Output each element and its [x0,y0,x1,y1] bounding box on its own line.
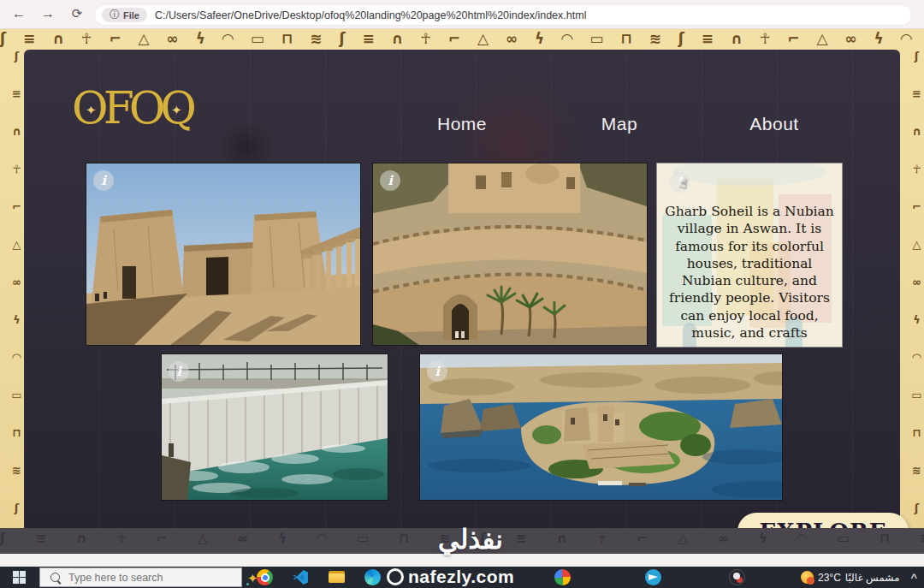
watermark-logo-icon [387,568,404,585]
logo-star-icon: ✦ [171,104,182,117]
watermark-domain: nafezly.com [387,567,514,587]
vscode-icon[interactable] [293,569,309,585]
card-nubian-museum[interactable]: i [372,163,648,346]
aswan-dam-photo [162,354,388,500]
nubian-museum-photo [373,163,647,345]
card-philae-island[interactable]: i [419,353,783,501]
bottom-white-strip [0,554,924,567]
telegram-icon[interactable] [645,569,661,585]
info-icon[interactable]: i [169,361,189,382]
philae-island-photo [420,354,782,500]
philae-temple-photo [86,163,360,345]
card-philae-temple[interactable]: i [86,163,361,346]
gharb-soheil-description: Gharb Soheil is a Nubian village in Aswa… [657,203,842,342]
card-aswan-dam[interactable]: i [161,353,388,501]
weather-temp: 23°C [818,572,841,584]
page-info-icon: ⓘ [110,8,120,22]
chrome-icon[interactable] [257,569,273,585]
ofoq-logo: OFOQ ✦ ✦ [72,86,192,130]
nav-link-home[interactable]: Home [437,114,487,134]
logo-star-icon: ✦ [86,104,97,117]
info-icon[interactable]: i [427,361,447,382]
search-input[interactable] [67,571,198,585]
taskbar-search[interactable]: ✦ ✦ [39,567,242,587]
weather-widget[interactable]: 23°C مشمس غالبًا [801,571,899,584]
photos-icon[interactable] [554,569,571,585]
start-button[interactable] [0,567,39,588]
recorder-icon[interactable] [729,569,745,585]
address-bar[interactable]: ⓘ File C:/Users/Safeer/OneDrive/Desktop/… [94,4,912,26]
edge-icon[interactable] [364,569,381,585]
file-explorer-icon[interactable] [329,569,345,585]
weather-desc: مشمس غالبًا [845,572,900,584]
hieroglyph-border-right: ʃ ≡ ∩ ☥ ⌐ △ ∞ ϟ ◠ ▭ ⊓ ≋ ʃ ≡ ∩ ☥ ⌐ △ ∞ ϟ … [901,50,923,528]
forward-icon[interactable]: → [38,3,58,24]
file-scheme-label: File [123,10,139,21]
info-icon[interactable]: i [380,170,400,191]
url-text: C:/Users/Safeer/OneDrive/Desktop/ofoq%20… [155,9,586,21]
system-tray: 23°C مشمس غالبًا ^ [801,567,917,588]
screen: ← → ⟳ ⓘ File C:/Users/Safeer/OneDrive/De… [0,0,924,588]
file-scheme-chip[interactable]: ⓘ File [102,8,147,22]
watermark-domain-text: nafezly.com [408,567,514,587]
back-icon[interactable]: ← [9,3,29,24]
windows-logo-icon [13,571,26,584]
sun-icon [801,571,814,584]
tray-chevron-icon[interactable]: ^ [910,571,917,584]
card-gharb-soheil[interactable]: i ☝ Gharb Soheil is a Nubian village in … [656,163,843,347]
nav-link-about[interactable]: About [749,114,798,134]
search-icon [50,573,60,582]
info-icon[interactable]: i [93,170,114,191]
reload-icon[interactable]: ⟳ [67,3,87,24]
hieroglyph-border-top: ʃ ≡ ∩ ☥ ⌐ △ ∞ ϟ ◠ ▭ ⊓ ≋ ʃ ≡ ∩ ☥ ⌐ △ ∞ ϟ … [0,30,924,49]
landing-panel: OFOQ ✦ ✦ Home Map About [24,50,900,528]
browser-toolbar: ← → ⟳ ⓘ File C:/Users/Safeer/OneDrive/De… [0,0,924,29]
hieroglyph-border-left: ʃ ≡ ∩ ☥ ⌐ △ ∞ ϟ ◠ ▭ ⊓ ≋ ʃ ≡ ∩ ☥ ⌐ △ ∞ ϟ … [1,50,23,528]
nav-link-map[interactable]: Map [601,114,637,134]
watermark-arabic: نفذلي [402,524,539,555]
